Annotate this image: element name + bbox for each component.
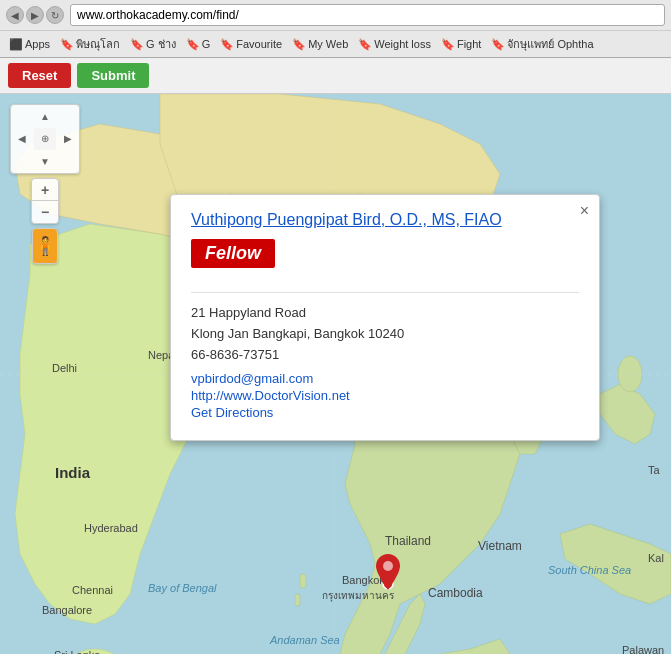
popup-doctor-name[interactable]: Vuthipong Puengpipat Bird, O.D., MS, FIA… — [191, 211, 579, 229]
pan-nw — [11, 105, 34, 128]
info-popup: × Vuthipong Puengpipat Bird, O.D., MS, F… — [170, 194, 600, 441]
nav-buttons: ◀ ▶ ↻ — [6, 6, 64, 24]
pan-se — [56, 150, 79, 173]
map-container[interactable]: India Delhi Nepal Hyderabad Chennai Bang… — [0, 94, 671, 654]
zoom-in-button[interactable]: + — [32, 179, 58, 201]
bookmark-weight-loss[interactable]: 🔖 Weight loss — [355, 37, 434, 52]
bookmark-fight[interactable]: 🔖 Fight — [438, 37, 484, 52]
popup-divider — [191, 292, 579, 293]
map-pin-bangkok[interactable] — [376, 554, 400, 593]
submit-button[interactable]: Submit — [77, 63, 149, 88]
pan-s[interactable]: ▼ — [34, 150, 57, 173]
fellow-badge: Fellow — [191, 239, 275, 268]
popup-directions-link[interactable]: Get Directions — [191, 405, 579, 420]
refresh-button[interactable]: ↻ — [46, 6, 64, 24]
address-bar[interactable] — [70, 4, 665, 26]
bookmark-3[interactable]: 🔖 G — [183, 37, 214, 52]
bookmark-ophtha[interactable]: 🔖 จักษุแพทย์ Ophtha — [488, 34, 596, 54]
popup-address: 21 Happyland Road Klong Jan Bangkapi, Ba… — [191, 303, 579, 365]
forward-button[interactable]: ▶ — [26, 6, 44, 24]
action-bar: Reset Submit — [0, 58, 671, 94]
bookmark-4[interactable]: 🔖 Favourite — [217, 37, 285, 52]
popup-email-link[interactable]: vpbirdod@gmail.com — [191, 371, 579, 386]
pan-center: ⊕ — [34, 128, 57, 151]
svg-point-12 — [618, 356, 642, 392]
back-button[interactable]: ◀ — [6, 6, 24, 24]
pan-w[interactable]: ◀ — [11, 128, 34, 151]
browser-chrome: ◀ ▶ ↻ ⬛ Apps 🔖 พิษณุโลก 🔖 G ช่าง 🔖 G 🔖 F… — [0, 0, 671, 58]
zoom-controls: + − — [31, 178, 59, 224]
bookmark-1[interactable]: 🔖 พิษณุโลก — [57, 34, 123, 54]
zoom-out-button[interactable]: − — [32, 201, 58, 223]
pan-ne — [56, 105, 79, 128]
popup-close-button[interactable]: × — [580, 203, 589, 219]
pan-control: ▲ ◀ ⊕ ▶ ▼ — [10, 104, 80, 174]
svg-point-20 — [383, 561, 393, 571]
map-controls: ▲ ◀ ⊕ ▶ ▼ + − 🧍 — [10, 104, 80, 264]
street-view-button[interactable]: 🧍 — [32, 228, 58, 264]
bookmarks-bar: ⬛ Apps 🔖 พิษณุโลก 🔖 G ช่าง 🔖 G 🔖 Favouri… — [0, 30, 671, 57]
pan-sw — [11, 150, 34, 173]
svg-rect-13 — [300, 574, 306, 588]
popup-website-link[interactable]: http://www.DoctorVision.net — [191, 388, 579, 403]
browser-toolbar: ◀ ▶ ↻ — [0, 0, 671, 30]
bookmark-apps[interactable]: ⬛ Apps — [6, 37, 53, 52]
reset-button[interactable]: Reset — [8, 63, 71, 88]
bookmark-5[interactable]: 🔖 My Web — [289, 37, 351, 52]
svg-rect-14 — [295, 594, 300, 606]
bookmark-2[interactable]: 🔖 G ช่าง — [127, 34, 179, 54]
pan-e[interactable]: ▶ — [56, 128, 79, 151]
pan-n[interactable]: ▲ — [34, 105, 57, 128]
